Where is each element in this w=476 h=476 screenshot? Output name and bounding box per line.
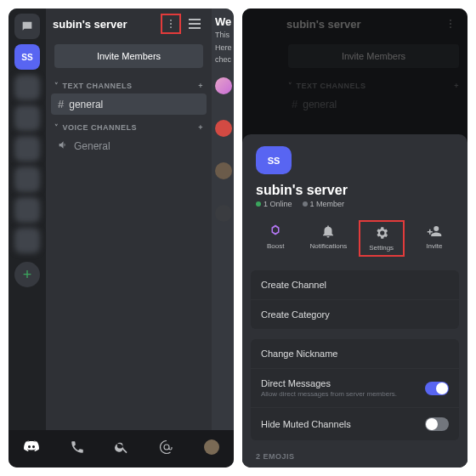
online-dot: [256, 201, 261, 207]
nav-profile-icon[interactable]: [204, 439, 219, 458]
svg-point-1: [170, 23, 172, 25]
server-avatar[interactable]: [14, 136, 40, 162]
gear-icon: [374, 225, 389, 241]
svg-point-5: [450, 26, 451, 28]
server-avatar[interactable]: [14, 75, 40, 100]
create-channel-row[interactable]: Create Channel: [251, 270, 459, 299]
server-options-sheet: SS subin's server 1 Online 1 Member Boos…: [242, 134, 468, 468]
settings-button[interactable]: Settings: [359, 220, 405, 257]
server-menu-button[interactable]: [161, 14, 181, 34]
svg-point-2: [170, 26, 172, 28]
invite-members-button[interactable]: Invite Members: [54, 44, 203, 68]
server-name: subin's server: [256, 183, 468, 198]
chevron-down-icon: ˅: [54, 123, 60, 132]
notifications-button[interactable]: Notifications: [305, 220, 351, 257]
screenshot-right: subin's server Invite Members ˅TEXT CHAN…: [242, 8, 468, 468]
create-category-row[interactable]: Create Category: [251, 299, 459, 329]
direct-messages-row[interactable]: Direct Messages Allow direct messages fr…: [251, 368, 459, 407]
avatar: [215, 120, 232, 137]
server-stats: 1 Online 1 Member: [256, 200, 468, 208]
voice-channel-general[interactable]: General: [51, 135, 207, 157]
server-rail: SS +: [8, 8, 46, 430]
server-avatar[interactable]: [14, 105, 40, 131]
avatar: [215, 162, 232, 179]
avatar: [215, 77, 232, 94]
nav-discord-icon[interactable]: [23, 439, 40, 459]
hash-icon: #: [58, 98, 64, 110]
nav-search-icon[interactable]: [114, 439, 129, 458]
server-avatar[interactable]: [14, 167, 40, 192]
avatar: [215, 205, 232, 222]
channel-general[interactable]: # general: [51, 94, 207, 115]
voice-channels-header[interactable]: ˅ VOICE CHANNELS +: [46, 115, 212, 135]
dm-button[interactable]: [14, 14, 40, 39]
chevron-down-icon: ˅: [54, 82, 60, 90]
hide-muted-row[interactable]: Hide Muted Channels: [251, 407, 459, 440]
member-dot: [303, 201, 308, 207]
boost-icon: [268, 224, 283, 239]
boost-button[interactable]: Boost: [252, 220, 298, 257]
channel-panel: subin's server Invite Members ˅ TEXT CHA…: [46, 8, 212, 430]
emojis-section-header: 2 EMOJIS: [256, 452, 468, 461]
change-nickname-row[interactable]: Change Nickname: [251, 339, 459, 368]
server-avatar-selected[interactable]: SS: [14, 44, 40, 70]
nav-mentions-icon[interactable]: [159, 439, 174, 458]
hide-muted-toggle[interactable]: [425, 417, 449, 431]
svg-point-4: [450, 23, 451, 25]
server-avatar[interactable]: [14, 197, 40, 223]
menu-icon[interactable]: [184, 19, 205, 29]
server-title[interactable]: subin's server: [53, 18, 161, 31]
content-peek: We This Here chec: [212, 8, 234, 430]
svg-point-3: [450, 20, 451, 21]
add-channel-icon[interactable]: +: [198, 123, 203, 132]
bottom-nav: [8, 430, 234, 468]
server-avatar: SS: [256, 146, 292, 174]
server-avatar[interactable]: [14, 228, 40, 253]
text-channels-header[interactable]: ˅ TEXT CHANNELS +: [46, 73, 212, 94]
invite-icon: [427, 224, 442, 239]
bell-icon: [320, 224, 336, 239]
svg-point-0: [170, 20, 172, 21]
screenshot-left: SS + subin's server Invite Members ˅ TEX…: [8, 8, 234, 468]
speaker-icon: [58, 139, 69, 153]
add-server-button[interactable]: +: [14, 262, 40, 287]
dm-toggle[interactable]: [425, 382, 449, 395]
nav-friends-icon[interactable]: [70, 439, 85, 458]
add-channel-icon[interactable]: +: [198, 82, 203, 90]
invite-button[interactable]: Invite: [411, 220, 457, 257]
